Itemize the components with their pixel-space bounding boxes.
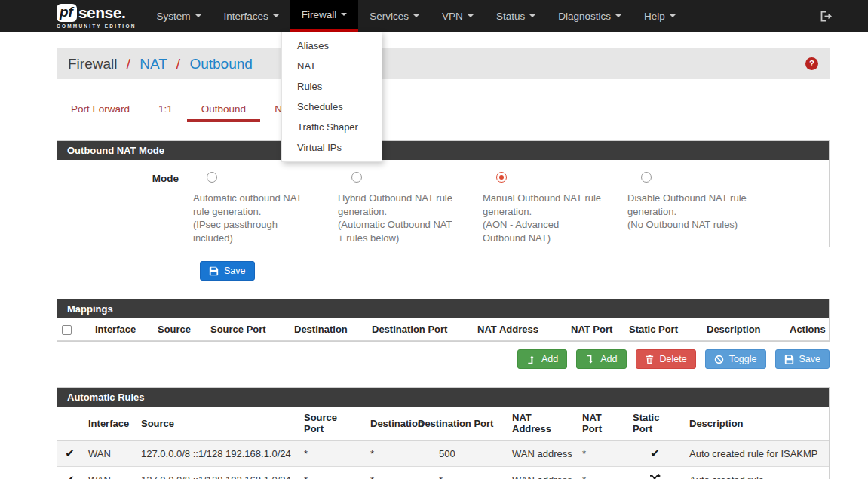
col-destination: Destination: [288, 318, 366, 341]
dropdown-item-traffic-shaper[interactable]: Traffic Shaper: [282, 117, 382, 137]
caret-down-icon: [529, 14, 535, 17]
dropdown-item-rules[interactable]: Rules: [282, 76, 382, 97]
save-button[interactable]: Save: [200, 261, 255, 281]
top-navbar: pf sense. COMMUNITY EDITION System Inter…: [0, 0, 868, 32]
col-static-port: Static Port: [623, 318, 701, 341]
mappings-table: Interface Source Source Port Destination…: [57, 318, 829, 341]
col-destination-port: Destination Port: [412, 407, 506, 441]
level-up-icon: [526, 355, 536, 364]
caret-down-icon: [468, 14, 474, 17]
dropdown-item-virtual-ips[interactable]: Virtual IPs: [282, 137, 382, 158]
col-nat-address: NAT Address: [471, 318, 565, 341]
caret-down-icon: [195, 14, 201, 17]
nav-item-help[interactable]: Help: [633, 0, 687, 32]
floppy-icon: [784, 355, 794, 364]
mode-radio-manual[interactable]: [496, 172, 507, 183]
mode-option-manual: Manual Outbound NAT rule generation. (AO…: [483, 172, 613, 233]
toggle-button[interactable]: Toggle: [705, 349, 766, 369]
nav-item-services[interactable]: Services: [358, 0, 431, 32]
select-all-checkbox[interactable]: [62, 325, 72, 335]
col-source-port: Source Port: [204, 318, 288, 341]
shuffle-icon: [649, 474, 661, 479]
col-description: Description: [683, 407, 829, 441]
nat-tabs: Port Forward 1:1 Outbound NPt: [57, 99, 830, 122]
col-destination-port: Destination Port: [366, 318, 471, 341]
check-icon: ✔: [65, 447, 75, 459]
panel-title: Mappings: [57, 299, 829, 318]
table-row: ✔ WAN 127.0.0.0/8 ::1/128 192.168.1.0/24…: [57, 467, 829, 479]
col-nat-port: NAT Port: [576, 407, 627, 441]
col-destination: Destination: [364, 407, 412, 441]
tab-port-forward[interactable]: Port Forward: [57, 99, 144, 122]
sign-out-icon[interactable]: [820, 0, 833, 32]
help-icon[interactable]: ?: [805, 57, 818, 70]
nav-item-status[interactable]: Status: [485, 0, 547, 32]
check-icon: ✔: [65, 473, 75, 479]
automatic-rules-panel: Automatic Rules Interface Source Source …: [57, 387, 830, 479]
col-nat-port: NAT Port: [565, 318, 623, 341]
col-description: Description: [701, 318, 784, 341]
mode-option-hybrid: Hybrid Outbound NAT rule generation. (Au…: [338, 172, 468, 233]
mappings-actions: Add Add Del: [57, 349, 830, 369]
trash-icon: [645, 355, 655, 364]
caret-down-icon: [273, 14, 279, 17]
breadcrumb-link-outbound[interactable]: Outbound: [189, 56, 252, 72]
col-source: Source: [135, 407, 298, 441]
mode-label: Mode: [69, 172, 179, 233]
nav-item-vpn[interactable]: VPN: [431, 0, 485, 32]
caret-down-icon: [615, 14, 621, 17]
page-content: Firewall / NAT / Outbound ? Port Forward…: [57, 48, 830, 479]
outbound-nat-mode-panel: Outbound NAT Mode Mode Automatic outboun…: [57, 140, 830, 247]
nav-item-system[interactable]: System: [146, 0, 213, 32]
firewall-dropdown-menu: Aliases NAT Rules Schedules Traffic Shap…: [281, 32, 382, 162]
mode-radio-automatic[interactable]: [207, 172, 217, 183]
col-source-port: Source Port: [298, 407, 364, 441]
col-static-port: Static Port: [627, 407, 683, 441]
dropdown-item-aliases[interactable]: Aliases: [282, 35, 382, 56]
dropdown-item-schedules[interactable]: Schedules: [282, 97, 382, 117]
pfsense-logo[interactable]: pf sense. COMMUNITY EDITION: [57, 0, 136, 32]
main-menu: System Interfaces Firewall Services VPN …: [146, 0, 687, 32]
mode-option-disable: Disable Outbound NAT rule generation. (N…: [627, 172, 758, 233]
logo-edition: COMMUNITY EDITION: [57, 23, 136, 29]
ban-icon: [714, 355, 724, 364]
add-rule-top-button[interactable]: Add: [517, 349, 567, 369]
tab-outbound[interactable]: Outbound: [187, 99, 260, 122]
nav-item-diagnostics[interactable]: Diagnostics: [547, 0, 633, 32]
col-nat-address: NAT Address: [506, 407, 576, 441]
col-interface: Interface: [82, 407, 135, 441]
add-rule-bottom-button[interactable]: Add: [576, 349, 626, 369]
col-actions: Actions: [784, 318, 829, 341]
level-down-icon: [585, 355, 595, 364]
col-source: Source: [152, 318, 204, 341]
check-icon: ✔: [650, 447, 660, 459]
save-mappings-button[interactable]: Save: [775, 349, 830, 369]
tab-1-1[interactable]: 1:1: [144, 99, 187, 122]
col-interface: Interface: [89, 318, 152, 341]
breadcrumb-section: Firewall: [68, 56, 117, 72]
caret-down-icon: [341, 13, 347, 16]
nav-item-firewall[interactable]: Firewall: [290, 0, 359, 32]
logo-name: sense.: [78, 4, 125, 22]
delete-button[interactable]: Delete: [636, 349, 696, 369]
breadcrumb-bar: Firewall / NAT / Outbound ?: [57, 48, 830, 79]
caret-down-icon: [413, 14, 419, 17]
table-row: ✔ WAN 127.0.0.0/8 ::1/128 192.168.1.0/24…: [57, 441, 829, 467]
mode-radio-hybrid[interactable]: [351, 172, 362, 183]
panel-title: Automatic Rules: [57, 388, 829, 407]
breadcrumb-link-nat[interactable]: NAT: [140, 56, 167, 72]
mode-option-automatic: Automatic outbound NAT rule generation. …: [193, 172, 324, 233]
automatic-rules-table: Interface Source Source Port Destination…: [57, 407, 829, 479]
floppy-icon: [209, 266, 219, 276]
mappings-panel: Mappings Interface Source Source Port De…: [57, 299, 830, 342]
dropdown-item-nat[interactable]: NAT: [282, 56, 382, 76]
breadcrumb: Firewall / NAT / Outbound: [68, 56, 253, 72]
mode-radio-disable[interactable]: [641, 172, 652, 183]
pf-logo-mark: pf: [57, 4, 77, 22]
nav-item-interfaces[interactable]: Interfaces: [213, 0, 290, 32]
caret-down-icon: [670, 14, 676, 17]
pfsense-page: pf sense. COMMUNITY EDITION System Inter…: [0, 0, 868, 479]
panel-title: Outbound NAT Mode: [57, 141, 829, 160]
